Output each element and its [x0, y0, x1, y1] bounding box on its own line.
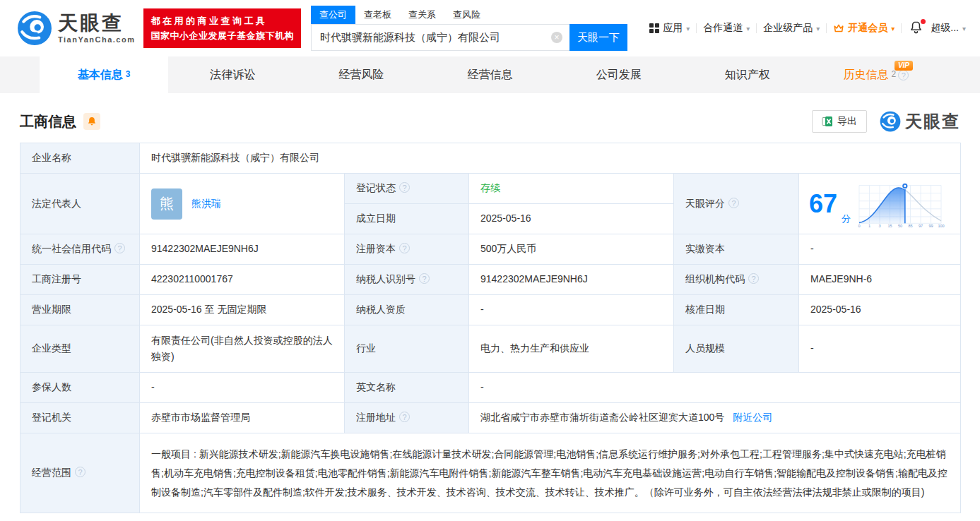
tab-basic-info-count: 3 — [126, 69, 131, 79]
chevron-down-icon — [962, 25, 966, 32]
help-icon[interactable] — [748, 273, 759, 284]
tyc-score-cell: 67 分 — [799, 174, 961, 234]
help-icon[interactable] — [75, 467, 85, 477]
tab-legal-litigation[interactable]: 法律诉讼 — [168, 56, 297, 93]
tab-history-info[interactable]: VIP 历史信息 2 — [812, 56, 940, 93]
table-row: 营业期限 2025-05-16 至 无固定期限 纳税人资质 - 核准日期 202… — [20, 295, 961, 325]
tyc-score-unit: 分 — [842, 211, 851, 226]
tab-company-development[interactable]: 公司发展 — [555, 56, 683, 93]
divider — [901, 23, 902, 33]
table-row: 参保人数 - 英文名称 - — [20, 373, 961, 403]
search-input[interactable] — [311, 24, 569, 51]
taxpayer-quality-value: - — [469, 295, 674, 325]
reg-authority-label: 登记机关 — [20, 403, 140, 433]
taxpayer-id-label: 纳税人识别号 — [345, 265, 469, 295]
notification-dot — [921, 19, 926, 24]
taxpayer-id-value: 91422302MAEJE9NH6J — [469, 265, 674, 295]
avatar[interactable]: 熊 — [151, 188, 182, 220]
chevron-down-icon — [686, 25, 690, 32]
search-button[interactable]: 天眼一下 — [569, 24, 627, 51]
business-scope-label: 经营范围 — [20, 433, 140, 513]
table-row: 企业名称 时代骐骥新能源科技（咸宁）有限公司 — [20, 143, 961, 174]
tyc-score-label: 天眼评分 — [674, 174, 799, 234]
chevron-down-icon — [891, 25, 895, 32]
industry-label: 行业 — [345, 325, 469, 373]
industry-value: 电力、热力生产和供应业 — [469, 325, 674, 373]
staff-size-label: 人员规模 — [674, 325, 799, 373]
tianyancha-logo[interactable]: 天眼查 TianYanCha.com — [17, 11, 135, 46]
reg-address-cell: 湖北省咸宁市赤壁市蒲圻街道斋公岭社区迎宾大道100号 附近公司 — [469, 403, 961, 433]
tab-basic-info-label: 基本信息 — [78, 68, 123, 83]
svg-text:1: 1 — [868, 223, 870, 227]
tab-basic-info[interactable]: 基本信息 3 — [40, 56, 168, 93]
export-button[interactable]: 导出 — [812, 110, 867, 133]
vip-badge: VIP — [895, 61, 913, 71]
search-tab-risk[interactable]: 查风险 — [444, 6, 489, 24]
business-term-value: 2025-05-16 至 无固定期限 — [140, 295, 345, 325]
notifications-bell[interactable] — [908, 20, 924, 36]
logo-brand-text: 天眼查 — [58, 13, 135, 33]
menu-open-vip-label: 开通会员 — [848, 22, 887, 35]
score-axis-ticks: 0 1 3 15 50 85 97 99 100 — [858, 223, 944, 227]
menu-open-vip[interactable]: 开通会员 — [833, 22, 895, 35]
search-tab-boss[interactable]: 查老板 — [355, 6, 400, 24]
nearby-companies-link[interactable]: 附近公司 — [733, 412, 772, 423]
chevron-down-icon — [816, 25, 820, 32]
chevron-down-icon — [746, 25, 750, 32]
promo-line-2: 国家中小企业发展子基金旗下机构 — [150, 28, 294, 43]
watermark-logo-icon — [880, 111, 901, 132]
tab-operation-risk[interactable]: 经营风险 — [297, 56, 425, 93]
svg-text:3: 3 — [878, 223, 880, 227]
menu-apps-label: 应用 — [663, 22, 683, 35]
table-row: 登记机关 赤壁市市场监督管理局 注册地址 湖北省咸宁市赤壁市蒲圻街道斋公岭社区迎… — [20, 403, 961, 433]
help-icon[interactable] — [728, 198, 739, 208]
section-title: 工商信息 — [20, 112, 76, 131]
tianyancha-watermark[interactable]: 天眼查 — [880, 110, 960, 133]
help-icon[interactable] — [399, 243, 410, 253]
menu-cooperation[interactable]: 合作通道 — [703, 22, 750, 35]
table-row: 法定代表人 熊 熊洪瑞 登记状态 存续 天眼评分 67 分 — [20, 174, 961, 204]
reg-number-value: 422302110001767 — [140, 265, 345, 295]
subscribe-bell-button[interactable] — [83, 113, 100, 130]
reg-capital-label: 注册资本 — [345, 234, 469, 265]
legal-rep-link[interactable]: 熊洪瑞 — [191, 196, 221, 212]
promo-line-1: 都在用的商业查询工具 — [150, 13, 294, 28]
company-name-value: 时代骐骥新能源科技（咸宁）有限公司 — [140, 143, 961, 174]
help-icon[interactable] — [114, 243, 125, 253]
top-menu: 应用 合作通道 企业级产品 开通会员 — [649, 20, 966, 36]
menu-super-account[interactable]: 超级... — [931, 22, 966, 35]
establish-date-label: 成立日期 — [345, 204, 469, 234]
clear-icon[interactable] — [551, 32, 562, 43]
help-icon[interactable] — [399, 182, 410, 193]
help-icon[interactable] — [419, 273, 430, 284]
help-icon[interactable] — [399, 412, 410, 422]
menu-cooperation-label: 合作通道 — [703, 22, 743, 35]
credit-code-value: 91422302MAEJE9NH6J — [140, 234, 345, 265]
reg-capital-value: 500万人民币 — [469, 234, 674, 265]
svg-text:97: 97 — [919, 223, 923, 227]
establish-date-value: 2025-05-16 — [469, 204, 674, 234]
search-tab-relation[interactable]: 查关系 — [400, 6, 444, 24]
table-row: 统一社会信用代码 91422302MAEJE9NH6J 注册资本 500万人民币… — [20, 234, 961, 265]
menu-apps[interactable]: 应用 — [649, 22, 690, 35]
tyc-score-value: 67 — [809, 191, 837, 217]
business-info-section-bar: 工商信息 导出 天眼查 — [20, 110, 960, 133]
business-term-label: 营业期限 — [20, 295, 140, 325]
paid-capital-value: - — [799, 234, 961, 265]
reg-number-label: 工商注册号 — [20, 265, 140, 295]
search-tab-company[interactable]: 查公司 — [311, 6, 355, 24]
menu-enterprise[interactable]: 企业级产品 — [763, 22, 820, 35]
status-badge: 存续 — [480, 182, 500, 193]
company-page-tabs: 基本信息 3 法律诉讼 经营风险 经营信息 公司发展 知识产权 VIP 历史信息… — [0, 56, 980, 93]
tab-intellectual-property[interactable]: 知识产权 — [683, 56, 812, 93]
company-type-label: 企业类型 — [20, 325, 140, 373]
english-name-value: - — [469, 373, 961, 403]
company-type-value: 有限责任公司(非自然人投资或控股的法人独资) — [140, 325, 345, 373]
svg-text:50: 50 — [898, 223, 902, 227]
promo-banner: 都在用的商业查询工具 国家中小企业发展子基金旗下机构 — [143, 8, 301, 48]
taxpayer-quality-label: 纳税人资质 — [345, 295, 469, 325]
divider — [756, 23, 757, 33]
subscribe-bell-icon — [87, 116, 97, 126]
tab-operation-info[interactable]: 经营信息 — [425, 56, 554, 93]
help-icon[interactable] — [898, 70, 909, 80]
